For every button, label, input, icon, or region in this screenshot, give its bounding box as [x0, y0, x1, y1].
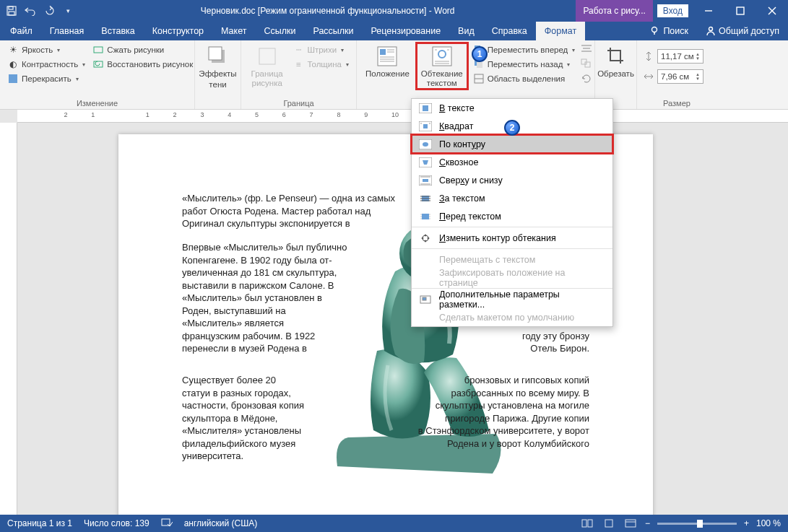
tab-view[interactable]: Вид — [449, 22, 483, 40]
dd-infront[interactable]: Перед текстом — [412, 207, 612, 225]
width-input[interactable]: 7,96 см▲▼ — [657, 69, 703, 84]
tab-design[interactable]: Конструктор — [144, 22, 212, 40]
group-effects: Эффектытени — [195, 40, 241, 109]
title-bar: ▾ Черновик.doc [Режим ограниченной функц… — [0, 0, 788, 22]
send-backward-button[interactable]: Переместить назад▾ — [472, 58, 577, 71]
shadow-icon — [207, 45, 230, 68]
dd-separator — [412, 248, 612, 249]
dd-topbottom[interactable]: Сверху и снизу — [412, 171, 612, 189]
status-language[interactable]: английский (США) — [184, 518, 257, 528]
minimize-button[interactable] — [693, 0, 724, 22]
status-bar: Страница 1 из 1 Число слов: 139 английск… — [0, 515, 788, 532]
group-size-label: Размер — [643, 97, 711, 108]
svg-rect-18 — [380, 49, 386, 55]
signin-button[interactable]: Вход — [657, 4, 688, 17]
view-print-icon[interactable] — [602, 517, 616, 530]
wrap-topbottom-icon — [419, 175, 432, 186]
tab-format[interactable]: Формат — [536, 22, 585, 40]
dd-through[interactable]: Сквозное — [412, 153, 612, 171]
redo-icon[interactable] — [43, 5, 55, 17]
selection-pane-button[interactable]: Область выделения — [472, 72, 577, 85]
brightness-button[interactable]: ☀Яркость▾ — [6, 43, 87, 56]
status-page[interactable]: Страница 1 из 1 — [7, 518, 72, 528]
zoom-out-button[interactable]: − — [645, 518, 650, 528]
dd-fix-on-page: Зафиксировать положение на странице — [412, 269, 612, 287]
dd-inline[interactable]: В тексте — [412, 99, 612, 117]
title-right: Работа с рису... Вход — [576, 0, 788, 22]
more-layout-icon — [419, 294, 432, 305]
dd-edit-points[interactable]: Изменить контур обтекания — [412, 229, 612, 247]
border-button[interactable]: Граница рисунка — [247, 43, 287, 89]
tab-references[interactable]: Ссылки — [255, 22, 304, 40]
undo-icon[interactable] — [25, 5, 36, 17]
qat-dropdown-icon[interactable]: ▾ — [62, 5, 74, 17]
position-button[interactable]: Положение — [363, 43, 412, 80]
svg-rect-4 — [737, 7, 744, 14]
tab-mailings[interactable]: Рассылки — [304, 22, 362, 40]
wrap-infront-icon — [419, 211, 432, 222]
contextual-tab-label[interactable]: Работа с рису... — [576, 0, 652, 22]
reset-button[interactable]: Восстановить рисунок — [91, 58, 194, 71]
tab-insert[interactable]: Вставка — [92, 22, 143, 40]
wrap-text-button[interactable]: Обтекание текстом — [417, 43, 467, 89]
compress-icon — [92, 44, 104, 56]
close-button[interactable] — [756, 0, 788, 22]
svg-rect-74 — [625, 520, 636, 527]
rotate-icon[interactable] — [581, 72, 592, 84]
tab-layout[interactable]: Макет — [212, 22, 255, 40]
reset-icon — [92, 58, 104, 70]
dashes-button[interactable]: ┄Штрихи▾ — [291, 43, 350, 56]
zoom-slider[interactable] — [657, 523, 737, 525]
tab-search[interactable]: Поиск — [641, 22, 697, 40]
ruler-vertical — [0, 123, 17, 515]
tab-share[interactable]: Общий доступ — [697, 22, 788, 40]
wrap-icon — [430, 45, 454, 68]
person-icon — [706, 26, 716, 36]
tab-home[interactable]: Главная — [41, 22, 93, 40]
dd-set-default: Сделать макетом по умолчанию — [412, 308, 612, 326]
dd-more-options[interactable]: Дополнительные параметры разметки... — [412, 290, 612, 308]
quick-access-toolbar: ▾ — [0, 5, 79, 17]
group-adjust: ☀Яркость▾ ◐Контрастность▾ Перекрасить▾ С… — [0, 40, 195, 109]
compress-button[interactable]: Сжать рисунки — [91, 43, 194, 56]
align-icon[interactable] — [581, 43, 592, 55]
group-size: 11,17 см▲▼ 7,96 см▲▼ Размер — [637, 40, 716, 109]
shadow-effects-button[interactable]: Эффектытени — [196, 43, 239, 90]
wrap-inline-icon — [419, 103, 432, 114]
svg-rect-69 — [423, 297, 426, 300]
wrap-through-icon — [419, 157, 432, 168]
dd-tight[interactable]: По контуру — [412, 135, 612, 153]
tab-review[interactable]: Рецензирование — [363, 22, 450, 40]
crop-button[interactable]: Обрезать — [594, 43, 637, 80]
weight-button[interactable]: ≡Толщина▾ — [291, 58, 350, 71]
tab-file[interactable]: Файл — [1, 22, 41, 40]
zoom-value[interactable]: 100 % — [756, 518, 781, 528]
tab-help[interactable]: Справка — [483, 22, 536, 40]
svg-rect-11 — [9, 74, 17, 83]
wrap-behind-icon — [419, 193, 432, 204]
dd-behind[interactable]: За текстом — [412, 189, 612, 207]
svg-rect-43 — [423, 105, 428, 111]
svg-rect-1 — [9, 6, 13, 9]
status-words[interactable]: Число слов: 139 — [84, 518, 150, 528]
height-field-row: 11,17 см▲▼ — [643, 49, 703, 64]
svg-point-67 — [425, 240, 426, 242]
position-icon — [376, 45, 399, 68]
dd-separator — [412, 227, 612, 227]
status-spellcheck-icon[interactable] — [161, 518, 173, 530]
callout-1: 1 — [472, 46, 488, 62]
contrast-icon: ◐ — [7, 58, 19, 70]
contrast-button[interactable]: ◐Контрастность▾ — [6, 58, 87, 71]
recolor-button[interactable]: Перекрасить▾ — [6, 72, 87, 85]
save-icon[interactable] — [6, 5, 17, 17]
svg-rect-73 — [605, 520, 612, 527]
zoom-in-button[interactable]: + — [744, 518, 749, 528]
group-icon[interactable] — [581, 58, 592, 69]
view-web-icon[interactable] — [623, 517, 638, 530]
height-input[interactable]: 11,17 см▲▼ — [657, 49, 703, 64]
maximize-button[interactable] — [724, 0, 756, 22]
group-border: Граница рисунка ┄Штрихи▾ ≡Толщина▾ Грани… — [241, 40, 357, 109]
para2-left: Впервые «Мыслитель» был публично Копенга… — [182, 241, 355, 355]
view-read-icon[interactable] — [580, 517, 594, 530]
svg-rect-2 — [9, 12, 14, 15]
